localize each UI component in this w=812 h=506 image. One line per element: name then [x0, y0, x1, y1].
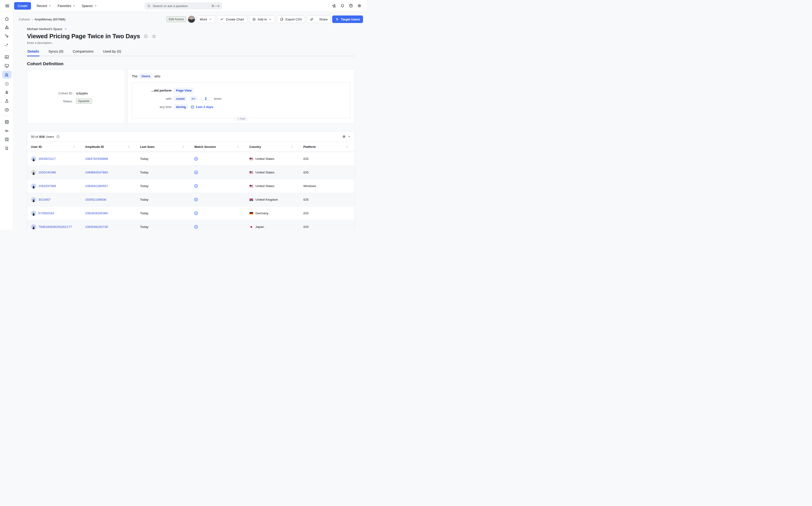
- user-id-link[interactable]: 1550240386: [38, 171, 56, 174]
- operator-selector[interactable]: >=: [189, 96, 198, 102]
- nav-spaces[interactable]: Spaces: [79, 2, 99, 10]
- nav-favorites[interactable]: Favorites: [55, 2, 78, 10]
- breadcrumb-project[interactable]: AmpliMoney (657986): [35, 18, 66, 21]
- line-chart-icon: [220, 17, 224, 21]
- chevron-down-icon: [209, 18, 212, 21]
- user-id-link[interactable]: 7946185838255282177: [38, 225, 72, 229]
- watch-session-play-button[interactable]: [194, 211, 199, 216]
- kebab-icon: [345, 145, 349, 149]
- monster-avatar-icon: [31, 212, 36, 216]
- user-id-link[interactable]: 1654923117: [38, 157, 56, 161]
- watch-session-play-button[interactable]: [194, 197, 199, 202]
- cohort-id-label: Cohort ID:: [37, 92, 73, 95]
- watch-session-play-button[interactable]: [194, 170, 199, 175]
- search-input[interactable]: Search or ask a question ⌘ + K: [144, 2, 222, 9]
- sidebar-item-cohorts[interactable]: [2, 71, 11, 79]
- chevron-down-icon: [72, 4, 76, 7]
- date-range-selector[interactable]: Last 2 days: [190, 105, 213, 109]
- users-table: 50 of 818 Users User ID Amplitude ID: [27, 131, 355, 230]
- tab-details[interactable]: Details: [27, 48, 40, 56]
- info-icon[interactable]: [56, 135, 60, 139]
- sidebar-item-experiments[interactable]: [2, 97, 11, 105]
- watch-session-play-button[interactable]: [194, 224, 199, 229]
- share-button[interactable]: Share: [316, 16, 330, 23]
- create-chart-button[interactable]: Create Chart: [217, 15, 247, 23]
- last-seen-value: Today: [140, 171, 148, 174]
- copy-link-button[interactable]: [307, 16, 316, 23]
- home-icon: [4, 16, 9, 21]
- country-value: Japan: [255, 225, 264, 229]
- tab-syncs[interactable]: Syncs (0): [48, 48, 64, 56]
- hamburger-menu-button[interactable]: [3, 2, 11, 10]
- favorite-star-button[interactable]: [151, 34, 156, 39]
- watch-session-play-button[interactable]: [194, 183, 199, 188]
- sidebar-item-discover[interactable]: [2, 106, 11, 113]
- definition-the: The: [132, 74, 137, 78]
- user-id-link[interactable]: 1063297569: [38, 184, 56, 188]
- notifications-button[interactable]: [338, 2, 346, 10]
- column-menu-button[interactable]: [127, 145, 131, 149]
- cohort-definition-panel: The Users who ...did perform Page View w…: [127, 69, 355, 124]
- owner-avatar[interactable]: [188, 16, 195, 23]
- tab-used-by[interactable]: Used by (0): [103, 48, 122, 56]
- target-users-button[interactable]: Target Users: [332, 15, 363, 23]
- table-settings-button[interactable]: [342, 135, 351, 139]
- sidebar-item-home[interactable]: [2, 15, 11, 22]
- platform-value: iOS: [303, 212, 309, 215]
- summary-suffix: Users: [46, 135, 54, 139]
- description-field[interactable]: Enter a description...: [27, 41, 355, 45]
- user-id-link[interactable]: 3023457: [38, 198, 51, 201]
- page-title[interactable]: Viewed Pricing Page Twice in Two Days: [27, 32, 140, 40]
- sidebar-item-charts[interactable]: [2, 53, 11, 61]
- event-selector[interactable]: Page View: [174, 88, 194, 93]
- verified-badge-button[interactable]: [143, 34, 148, 39]
- sidebar-divider: [3, 51, 10, 51]
- breadcrumb-cohorts-link[interactable]: Cohorts: [19, 18, 30, 21]
- amplitude-id-link[interactable]: 1064782938886: [85, 157, 108, 161]
- sidebar-item-ai[interactable]: [2, 41, 11, 48]
- hamburger-icon: [5, 3, 10, 8]
- amplitude-id-link[interactable]: 1063042380557: [85, 184, 108, 188]
- search-icon: [147, 4, 151, 8]
- during-selector[interactable]: during: [174, 104, 188, 110]
- times-value-input[interactable]: [200, 97, 212, 101]
- amplitude-id-link[interactable]: 1069663547660: [85, 171, 108, 174]
- sidebar-item-objects[interactable]: [2, 24, 11, 31]
- sidebar-item-data[interactable]: [2, 118, 11, 125]
- sidebar-item-monitoring[interactable]: [2, 127, 11, 134]
- amplitude-id-link[interactable]: 1063048163730: [85, 225, 108, 229]
- sidebar-item-data-routes[interactable]: [2, 144, 11, 152]
- column-menu-button[interactable]: [181, 145, 185, 149]
- country-value: United States: [255, 171, 274, 174]
- sidebar-item-events[interactable]: [2, 32, 11, 40]
- user-id-link[interactable]: 573592043: [38, 212, 54, 215]
- sidebar-item-session-replay[interactable]: [2, 80, 11, 87]
- nav-recent[interactable]: Recent: [34, 2, 54, 10]
- watch-session-play-button[interactable]: [194, 156, 199, 161]
- tab-comparisons[interactable]: Comparisons: [72, 48, 94, 56]
- settings-button[interactable]: [355, 2, 363, 10]
- invite-user-button[interactable]: [330, 2, 338, 10]
- space-selector[interactable]: Michael Heriford's Space: [27, 27, 355, 31]
- column-menu-button[interactable]: [345, 145, 349, 149]
- amplitude-id-link[interactable]: 192652189838: [85, 198, 106, 201]
- last-seen-value: Today: [140, 157, 148, 161]
- sidebar-item-heatmaps[interactable]: [2, 89, 11, 96]
- calendar-icon: [190, 105, 195, 109]
- add-to-button[interactable]: Add to: [249, 15, 275, 23]
- count-selector[interactable]: count: [174, 96, 187, 102]
- column-menu-button[interactable]: [236, 145, 240, 149]
- export-csv-button[interactable]: Export CSV: [277, 15, 305, 23]
- column-menu-button[interactable]: [290, 145, 294, 149]
- sidebar-item-capture[interactable]: [2, 136, 11, 143]
- column-menu-button[interactable]: [72, 145, 76, 149]
- sidebar-item-dashboards[interactable]: [2, 62, 11, 69]
- help-button[interactable]: [347, 2, 355, 10]
- amplitude-id-link[interactable]: 1062826345360: [85, 212, 108, 215]
- subject-selector[interactable]: Users: [139, 73, 153, 79]
- edit-access-button[interactable]: Edit Access: [166, 16, 186, 22]
- more-button[interactable]: More: [197, 15, 215, 23]
- add-condition-button[interactable]: + Add: [234, 116, 248, 121]
- create-button[interactable]: Create: [14, 2, 31, 10]
- kebab-icon: [236, 145, 240, 149]
